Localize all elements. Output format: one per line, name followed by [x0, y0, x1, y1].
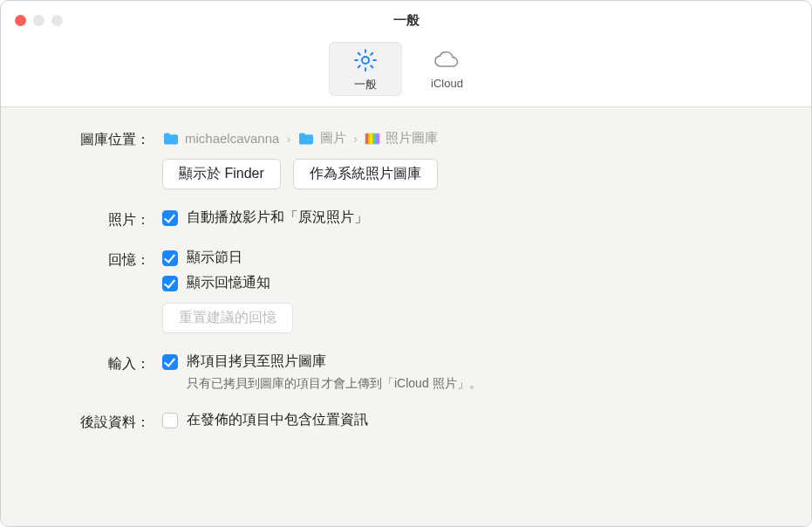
show-holidays-label: 顯示節日: [187, 249, 242, 267]
breadcrumb-label: 圖片: [320, 130, 346, 147]
include-location-checkbox[interactable]: [162, 413, 178, 428]
row-memories: 回憶： 顯示節日 顯示回憶通知 重置建議的回憶: [36, 249, 776, 333]
autoplay-label: 自動播放影片和「原況照片」: [187, 209, 368, 227]
row-library-location: 圖庫位置： michaelcavanna › 圖片 › 照片圖庫: [36, 128, 776, 189]
import-label: 輸入：: [36, 352, 162, 373]
folder-icon: [297, 132, 315, 146]
import-help-text: 只有已拷貝到圖庫的項目才會上傳到「iCloud 照片」。: [187, 376, 776, 392]
reset-suggested-memories-button: 重置建議的回憶: [162, 303, 293, 333]
include-location-option: 在發佈的項目中包含位置資訊: [162, 411, 776, 429]
row-photos: 照片： 自動播放影片和「原況照片」: [36, 209, 776, 229]
metadata-label: 後設資料：: [36, 411, 162, 432]
photos-label: 照片：: [36, 209, 162, 229]
breadcrumb-label: michaelcavanna: [185, 131, 279, 146]
chevron-right-icon: ›: [286, 132, 290, 146]
include-location-label: 在發佈的項目中包含位置資訊: [187, 411, 368, 429]
set-system-library-button[interactable]: 作為系統照片圖庫: [293, 159, 438, 189]
tab-icloud-label: iCloud: [431, 77, 463, 90]
show-memories-notifications-option: 顯示回憶通知: [162, 274, 776, 292]
memories-label: 回憶：: [36, 249, 162, 270]
show-memories-notifications-label: 顯示回憶通知: [187, 274, 270, 292]
preferences-toolbar: 一般 iCloud: [1, 40, 811, 107]
gear-icon: [352, 47, 379, 73]
minimize-window-button[interactable]: [33, 15, 44, 26]
tab-icloud[interactable]: iCloud: [411, 42, 484, 96]
cloud-icon: [432, 47, 463, 73]
library-breadcrumb: michaelcavanna › 圖片 › 照片圖庫: [162, 128, 776, 152]
copy-to-library-option: 將項目拷貝至照片圖庫: [162, 352, 776, 371]
show-holidays-option: 顯示節日: [162, 249, 776, 267]
breadcrumb-pictures-folder[interactable]: 圖片: [297, 130, 346, 147]
library-location-label: 圖庫位置：: [36, 128, 162, 149]
autoplay-option: 自動播放影片和「原況照片」: [162, 209, 776, 227]
zoom-window-button[interactable]: [51, 15, 63, 26]
close-window-button[interactable]: [15, 15, 26, 26]
titlebar: 一般: [1, 1, 811, 40]
photos-library-icon: [365, 133, 380, 145]
general-pane: 圖庫位置： michaelcavanna › 圖片 › 照片圖庫: [1, 107, 811, 526]
breadcrumb-photo-library[interactable]: 照片圖庫: [365, 130, 438, 147]
copy-to-library-label: 將項目拷貝至照片圖庫: [187, 352, 326, 371]
chevron-right-icon: ›: [353, 132, 358, 146]
show-memories-notifications-checkbox[interactable]: [162, 276, 178, 291]
tab-general[interactable]: 一般: [329, 42, 402, 96]
copy-to-library-checkbox[interactable]: [162, 354, 178, 370]
svg-point-0: [362, 57, 369, 64]
library-buttons: 顯示於 Finder 作為系統照片圖庫: [162, 159, 776, 189]
window-title: 一般: [1, 12, 811, 29]
row-metadata: 後設資料： 在發佈的項目中包含位置資訊: [36, 411, 776, 432]
folder-icon: [162, 132, 180, 146]
autoplay-checkbox[interactable]: [162, 210, 178, 226]
show-holidays-checkbox[interactable]: [162, 250, 178, 266]
tab-general-label: 一般: [354, 77, 377, 92]
breadcrumb-label: 照片圖庫: [386, 130, 438, 147]
row-import: 輸入： 將項目拷貝至照片圖庫 只有已拷貝到圖庫的項目才會上傳到「iCloud 照…: [36, 352, 776, 392]
traffic-lights: [1, 15, 63, 26]
show-in-finder-button[interactable]: 顯示於 Finder: [162, 159, 281, 189]
breadcrumb-user-folder[interactable]: michaelcavanna: [162, 131, 279, 146]
